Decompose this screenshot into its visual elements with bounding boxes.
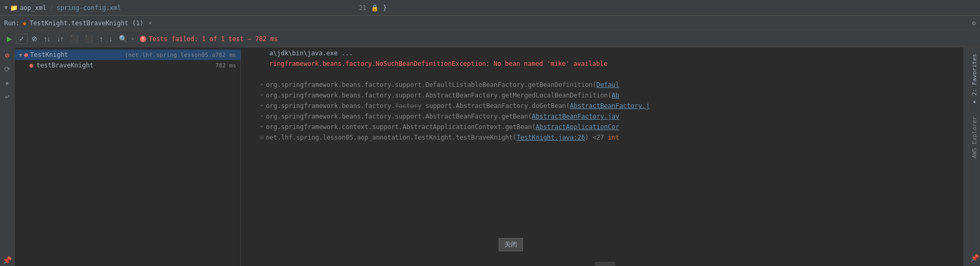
tooltip-popup: 关闭	[499, 238, 523, 251]
stack-link-2[interactable]: AbstractBeanFactory.j	[570, 102, 650, 110]
test-class-name: TestKnight	[30, 51, 123, 58]
stack-text-0: org.springframework.beans.factory.suppor…	[266, 81, 964, 88]
expand-icon: ▼	[19, 52, 22, 58]
gutter-s4	[245, 123, 256, 124]
stack-line-4: • org.springframework.context.support.Ab…	[241, 123, 968, 134]
favorites-tab[interactable]: ★ 2: Favorites	[971, 54, 978, 106]
expand-s4[interactable]: •	[260, 123, 264, 131]
breadcrumb: ▼ 📁 aop_xml / spring-config.xml	[4, 4, 121, 12]
test-root-time: 782 ms	[215, 52, 236, 58]
left-panel: ▼ ● TestKnight (net.lhf.spring.lesson05.…	[15, 47, 241, 266]
stack-line-3: • org.springframework.beans.factory.supp…	[241, 113, 968, 123]
down-button[interactable]: ↓	[107, 33, 116, 44]
console-area: a\jdk\bin\java.exe ... ringframework.bea…	[241, 47, 968, 266]
test-class-info: (net.lhf.spring.lesson05.a	[125, 52, 215, 58]
close-tab-button[interactable]: ×	[147, 19, 154, 26]
gear-button[interactable]: ⚙	[972, 19, 976, 27]
sort-asc-button[interactable]: ↑↓	[41, 33, 53, 44]
side-icon-debug[interactable]: ⊘	[2, 50, 13, 61]
gutter	[245, 50, 256, 51]
test-method-name: testBraveKnight	[36, 62, 215, 69]
align-right-button[interactable]: ⬛	[82, 33, 96, 44]
side-icon-star[interactable]: ★	[2, 77, 13, 88]
tooltip-text: 关闭	[504, 241, 517, 248]
stack-link-5[interactable]: TestKnight.java:26	[517, 134, 585, 141]
side-icon-run[interactable]: ⟳	[2, 63, 13, 75]
breadcrumb-separator: /	[49, 4, 53, 12]
run-icon: ◈	[23, 19, 26, 27]
stack-link-3[interactable]: AbstractBeanFactory.jav	[532, 113, 619, 120]
run-title: TestKnight.testBraveKnight (1)	[29, 19, 144, 27]
gutter-s0	[245, 81, 256, 82]
right-sidebar: ★ 2: Favorites AWS Explorer 📌	[968, 47, 980, 266]
main-content: ⊘ ⟳ ★ ↩ 📌 ▼ ● TestKnight (net.lhf.spring…	[0, 47, 980, 266]
expand-s3[interactable]: •	[260, 113, 264, 120]
expand-s1[interactable]: •	[260, 92, 264, 99]
stack-text-4: org.springframework.context.support.Abst…	[266, 123, 964, 131]
test-tree-child-item[interactable]: ● testBraveKnight 782 ms	[15, 60, 240, 71]
side-icons: ⊘ ⟳ ★ ↩ 📌	[0, 47, 15, 266]
test-status-text: Tests failed: 1 of 1 test – 782 ms	[149, 35, 278, 43]
gutter-s5	[245, 134, 256, 135]
exception-text: ringframework.beans.factory.NoSuchBeanDe…	[269, 60, 964, 67]
lock-icon: 🔒	[371, 4, 379, 12]
search-button[interactable]: 🔍	[116, 33, 130, 44]
test-status: ! Tests failed: 1 of 1 test – 782 ms	[140, 35, 278, 43]
favorites-label: 2: Favorites	[971, 54, 978, 95]
toolbar: ▶ ✓ ⊘ ↑↓ ↓↑ ⬛ ⬛ ↑ ↓ 🔍 » ! Tests failed: …	[0, 31, 980, 47]
run-bar: Run: ◈ TestKnight.testBraveKnight (1) × …	[0, 16, 980, 31]
stop-button[interactable]: ⊘	[29, 33, 40, 44]
pin-icon[interactable]: 📌	[971, 254, 979, 262]
gutter-s3	[245, 113, 256, 114]
stack-link-4[interactable]: AbstractApplicationCor	[536, 123, 619, 131]
console-line-exception: ringframework.beans.factory.NoSuchBeanDe…	[241, 60, 968, 71]
error-icon: ●	[24, 51, 28, 58]
horizontal-scrollbar-thumb[interactable]	[594, 262, 615, 266]
side-icon-back[interactable]: ↩	[2, 91, 13, 102]
star-icon: ★	[971, 95, 978, 106]
expand-s0[interactable]: •	[260, 81, 264, 88]
vertical-scrollbar[interactable]	[963, 47, 968, 266]
side-icon-pin[interactable]: 📌	[2, 254, 13, 266]
line-number: 21	[359, 4, 366, 12]
aws-label: AWS Explorer	[971, 116, 978, 158]
file-tab[interactable]: spring-config.xml	[56, 4, 121, 12]
stack-link-1[interactable]: Ab	[612, 92, 619, 99]
check-button[interactable]: ✓	[16, 34, 28, 44]
stack-text-3: org.springframework.beans.factory.suppor…	[266, 113, 964, 120]
stack-line-2: • org.springframework.beans.factory.fact…	[241, 102, 968, 113]
align-left-button[interactable]: ⬛	[67, 33, 81, 44]
child-error-icon: ●	[29, 62, 33, 69]
stack-text-2: org.springframework.beans.factory.factor…	[266, 102, 964, 110]
test-tree: ▼ ● TestKnight (net.lhf.spring.lesson05.…	[15, 47, 240, 73]
folder-name: aop_xml	[20, 4, 47, 12]
folder-icon: 📁	[10, 4, 18, 12]
test-tree-root-item[interactable]: ▼ ● TestKnight (net.lhf.spring.lesson05.…	[15, 50, 240, 60]
gutter-s1	[245, 92, 256, 93]
more-icon: »	[131, 35, 135, 42]
right-panel: a\jdk\bin\java.exe ... ringframework.bea…	[241, 47, 968, 266]
error-indicator: !	[140, 36, 146, 42]
stack-text-1: org.springframework.beans.factory.suppor…	[266, 92, 964, 99]
gutter2	[245, 60, 256, 61]
sort-desc-button[interactable]: ↓↑	[54, 33, 66, 44]
test-child-time: 782 ms	[215, 62, 236, 69]
play-button[interactable]: ▶	[4, 33, 15, 44]
stack-link-0[interactable]: Defaul	[597, 81, 619, 88]
expand-arrow-icon: ▼	[4, 4, 8, 11]
java-exe-text: a\jdk\bin\java.exe ...	[269, 50, 964, 57]
top-bar: ▼ 📁 aop_xml / spring-config.xml 21 🔒 }	[0, 0, 980, 16]
up-button[interactable]: ↑	[97, 33, 106, 44]
aws-explorer-tab[interactable]: AWS Explorer	[971, 116, 978, 158]
expand-s5[interactable]: ⊞	[260, 134, 264, 141]
run-label: Run:	[4, 19, 19, 27]
expand-s2[interactable]: •	[260, 102, 264, 110]
console-line-java: a\jdk\bin\java.exe ...	[241, 50, 968, 60]
code-snippet: }	[383, 4, 387, 12]
stack-line-0: • org.springframework.beans.factory.supp…	[241, 81, 968, 92]
console-line-empty	[241, 71, 968, 81]
stack-line-1: • org.springframework.beans.factory.supp…	[241, 92, 968, 102]
gutter-s2	[245, 102, 256, 103]
stack-line-5: ⊞ net.lhf.spring.lesson05.aop_annotation…	[241, 134, 968, 144]
stack-text-5: net.lhf.spring.lesson05.aop_annotation.T…	[266, 134, 964, 141]
